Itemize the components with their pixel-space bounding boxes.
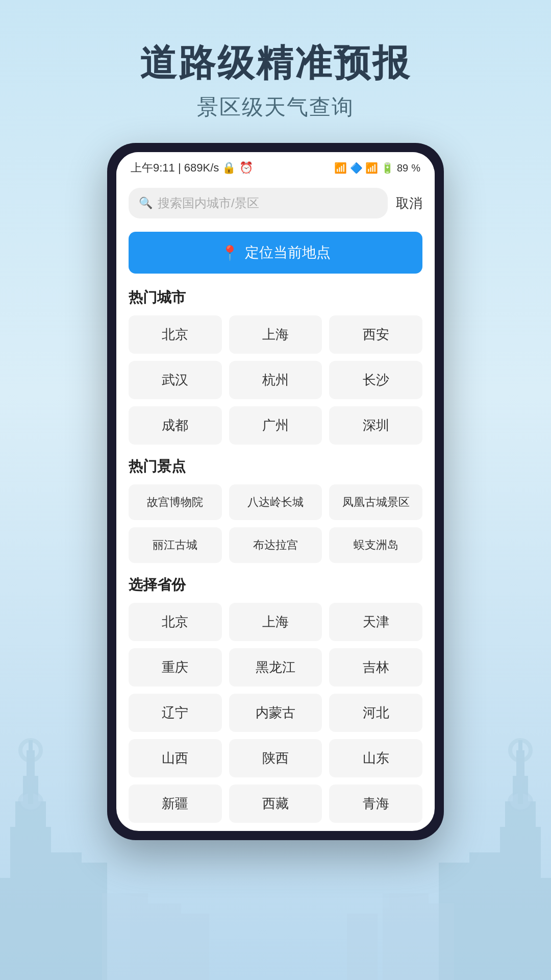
hot-city-chip[interactable]: 武汉 xyxy=(129,361,222,399)
phone-container: 上午9:11 | 689K/s 🔒 ⏰ 📶 🔷 📶 🔋 89% 🔍 搜索国内城市… xyxy=(107,143,444,840)
hot-cities-title: 热门城市 xyxy=(129,288,422,307)
hot-city-chip[interactable]: 北京 xyxy=(129,315,222,354)
hot-city-chip[interactable]: 杭州 xyxy=(229,361,322,399)
province-chip[interactable]: 陕西 xyxy=(229,739,322,777)
hot-attraction-chip[interactable]: 故宫博物院 xyxy=(129,484,222,520)
hot-attraction-chip[interactable]: 丽江古城 xyxy=(129,527,222,563)
status-bar: 上午9:11 | 689K/s 🔒 ⏰ 📶 🔷 📶 🔋 89% xyxy=(116,152,435,181)
province-chip[interactable]: 辽宁 xyxy=(129,694,222,732)
svg-rect-10 xyxy=(28,822,34,837)
svg-rect-21 xyxy=(469,852,503,980)
locate-button[interactable]: 📍 定位当前地点 xyxy=(129,232,422,274)
svg-rect-6 xyxy=(51,852,82,980)
scroll-content: 热门城市 北京上海西安武汉杭州长沙成都广州深圳 热门景点 故宫博物院八达岭长城凤… xyxy=(116,284,435,831)
hot-attraction-chip[interactable]: 蜈支洲岛 xyxy=(329,527,422,563)
svg-rect-30 xyxy=(418,903,454,980)
svg-rect-31 xyxy=(179,914,209,980)
cancel-button[interactable]: 取消 xyxy=(396,194,422,212)
svg-rect-32 xyxy=(347,914,378,980)
pin-icon: 📍 xyxy=(221,244,239,261)
svg-rect-8 xyxy=(0,878,13,980)
svg-rect-23 xyxy=(538,878,551,980)
hot-city-chip[interactable]: 西安 xyxy=(329,315,422,354)
province-chip[interactable]: 上海 xyxy=(229,603,322,641)
hot-attractions-grid: 故宫博物院八达岭长城凤凰古城景区丽江古城布达拉宫蜈支洲岛 xyxy=(129,484,422,563)
hot-attractions-title: 热门景点 xyxy=(129,457,422,476)
province-chip[interactable]: 新疆 xyxy=(129,785,222,823)
province-chip[interactable]: 黑龙江 xyxy=(229,648,322,687)
svg-rect-15 xyxy=(500,827,541,980)
svg-rect-28 xyxy=(145,903,181,980)
hot-city-chip[interactable]: 深圳 xyxy=(329,406,422,445)
province-chip[interactable]: 山东 xyxy=(329,739,422,777)
hot-cities-grid: 北京上海西安武汉杭州长沙成都广州深圳 xyxy=(129,315,422,445)
hot-city-chip[interactable]: 成都 xyxy=(129,406,222,445)
province-chip[interactable]: 吉林 xyxy=(329,648,422,687)
hot-city-chip[interactable]: 上海 xyxy=(229,315,322,354)
province-chip[interactable]: 天津 xyxy=(329,603,422,641)
province-chip[interactable]: 内蒙古 xyxy=(229,694,322,732)
svg-rect-26 xyxy=(518,786,523,804)
locate-label: 定位当前地点 xyxy=(245,243,331,262)
province-chip[interactable]: 山西 xyxy=(129,739,222,777)
hot-attraction-chip[interactable]: 凤凰古城景区 xyxy=(329,484,422,520)
search-icon: 🔍 xyxy=(139,197,153,210)
svg-rect-20 xyxy=(518,740,522,755)
sub-title: 景区级天气查询 xyxy=(0,93,551,121)
search-box[interactable]: 🔍 搜索国内城市/景区 xyxy=(129,188,388,218)
phone-frame: 上午9:11 | 689K/s 🔒 ⏰ 📶 🔷 📶 🔋 89% 🔍 搜索国内城市… xyxy=(107,143,444,840)
status-icons: 📶 🔷 📶 🔋 89% xyxy=(334,162,420,174)
provinces-grid: 北京上海天津重庆黑龙江吉林辽宁内蒙古河北山西陕西山东新疆西藏青海 xyxy=(129,603,422,823)
provinces-title: 选择省份 xyxy=(129,575,422,595)
svg-rect-11 xyxy=(15,857,66,860)
svg-rect-5 xyxy=(29,740,33,755)
main-title: 道路级精准预报 xyxy=(0,41,551,85)
hot-city-chip[interactable]: 广州 xyxy=(229,406,322,445)
header-area: 道路级精准预报 景区级天气查询 xyxy=(0,0,551,142)
province-chip[interactable]: 北京 xyxy=(129,603,222,641)
province-chip[interactable]: 重庆 xyxy=(129,648,222,687)
phone-screen: 上午9:11 | 689K/s 🔒 ⏰ 📶 🔷 📶 🔋 89% 🔍 搜索国内城市… xyxy=(116,152,435,831)
province-chip[interactable]: 河北 xyxy=(329,694,422,732)
hot-attraction-chip[interactable]: 布达拉宫 xyxy=(229,527,322,563)
search-area: 🔍 搜索国内城市/景区 取消 xyxy=(116,181,435,227)
svg-rect-27 xyxy=(102,893,148,980)
search-placeholder: 搜索国内城市/景区 xyxy=(158,195,259,211)
province-chip[interactable]: 青海 xyxy=(329,785,422,823)
status-time: 上午9:11 | 689K/s 🔒 ⏰ xyxy=(131,160,253,176)
hot-city-chip[interactable]: 长沙 xyxy=(329,361,422,399)
hot-attraction-chip[interactable]: 八达岭长城 xyxy=(229,484,322,520)
province-chip[interactable]: 西藏 xyxy=(229,785,322,823)
svg-rect-14 xyxy=(28,786,33,804)
